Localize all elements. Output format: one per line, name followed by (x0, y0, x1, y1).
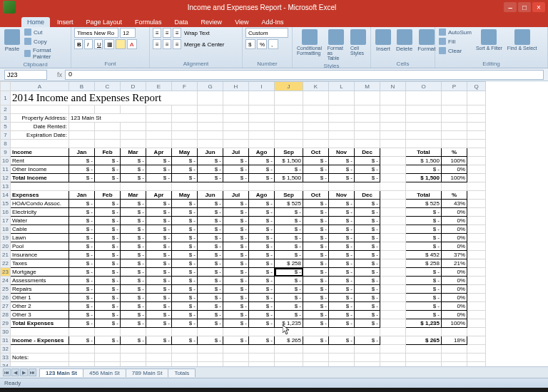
row-header[interactable]: 33 (1, 354, 11, 362)
data-cell[interactable]: $ - (303, 200, 329, 208)
data-cell[interactable]: $ - (172, 285, 198, 294)
row-header[interactable]: 2 (1, 105, 11, 114)
data-cell[interactable]: $ - (69, 157, 95, 165)
data-cell[interactable]: $ - (329, 251, 355, 259)
data-cell[interactable]: $ - (223, 319, 249, 328)
data-cell[interactable]: $ - (329, 225, 355, 234)
data-cell[interactable]: $ - (223, 311, 249, 319)
fill-button[interactable]: Fill (438, 37, 472, 46)
data-cell[interactable]: $ - (355, 336, 380, 345)
data-cell[interactable]: $ - (303, 165, 329, 174)
column-header[interactable]: B (69, 82, 95, 91)
data-cell[interactable]: $ - (303, 302, 329, 311)
data-cell[interactable]: $ - (121, 302, 146, 311)
data-cell[interactable]: $ - (329, 336, 355, 345)
row-header[interactable]: 17 (1, 217, 11, 225)
data-cell[interactable]: $ - (249, 174, 275, 182)
data-cell[interactable]: $ - (329, 157, 355, 165)
column-header[interactable]: M (355, 82, 380, 91)
data-cell[interactable]: $ - (303, 208, 329, 217)
ribbon-tab-review[interactable]: Review (196, 17, 228, 27)
data-cell[interactable]: $ - (303, 174, 329, 182)
data-cell[interactable]: $ - (121, 251, 146, 259)
cut-button[interactable]: Cut (24, 28, 68, 36)
data-cell[interactable]: $ - (303, 225, 329, 234)
data-cell[interactable]: $ - (146, 268, 172, 277)
data-cell[interactable]: $ - (198, 157, 223, 165)
data-cell[interactable]: $ - (355, 311, 380, 319)
data-cell[interactable]: $ - (69, 285, 95, 294)
delete-cells-button[interactable]: Delete (395, 28, 414, 53)
data-cell[interactable]: $ - (146, 251, 172, 259)
row-header[interactable]: 25 (1, 285, 11, 294)
data-cell[interactable]: $ - (355, 268, 380, 277)
row-header[interactable]: 29 (1, 319, 11, 328)
column-header[interactable]: J (275, 82, 303, 91)
ribbon-tab-add-ins[interactable]: Add-Ins (255, 17, 289, 27)
data-cell[interactable]: $ - (303, 294, 329, 302)
data-cell[interactable]: $ - (172, 217, 198, 225)
data-cell[interactable]: $ - (198, 311, 223, 319)
data-cell[interactable]: $ - (146, 311, 172, 319)
data-cell[interactable]: $ - (249, 251, 275, 259)
data-cell[interactable]: $ - (275, 242, 303, 251)
data-cell[interactable]: $ - (223, 217, 249, 225)
data-cell[interactable]: $ - (223, 285, 249, 294)
data-cell[interactable]: $ - (69, 208, 95, 217)
row-header[interactable]: 14 (1, 191, 11, 200)
column-header[interactable]: F (172, 82, 198, 91)
data-cell[interactable]: $ - (249, 302, 275, 311)
data-cell[interactable]: $ - (146, 225, 172, 234)
data-cell[interactable]: $ - (95, 294, 121, 302)
data-cell[interactable]: $ - (249, 225, 275, 234)
data-cell[interactable]: $ - (69, 174, 95, 182)
data-cell[interactable]: $ - (121, 336, 146, 345)
data-cell[interactable]: $ - (223, 302, 249, 311)
align-bot-button[interactable]: ≡ (173, 28, 181, 38)
sheet-nav-next-button[interactable]: ▶ (20, 368, 28, 376)
data-cell[interactable]: $ - (223, 200, 249, 208)
data-cell[interactable]: $ - (95, 277, 121, 285)
row-header[interactable]: 24 (1, 277, 11, 285)
find-select-button[interactable]: Find & Select (506, 28, 539, 52)
row-header[interactable]: 13 (1, 182, 11, 191)
data-cell[interactable]: $ - (223, 208, 249, 217)
data-cell[interactable]: $ - (355, 242, 380, 251)
format-as-table-button[interactable]: Format as Table (326, 28, 347, 62)
data-cell[interactable]: $ - (121, 200, 146, 208)
data-cell[interactable]: $ - (95, 200, 121, 208)
data-cell[interactable]: $ - (69, 234, 95, 242)
data-cell[interactable]: $ - (275, 277, 303, 285)
sheet-nav-first-button[interactable]: ⏮ (3, 368, 11, 376)
data-cell[interactable]: $ - (95, 165, 121, 174)
data-cell[interactable]: $ - (223, 234, 249, 242)
data-cell[interactable]: $ - (198, 225, 223, 234)
data-cell[interactable]: $ - (95, 234, 121, 242)
data-cell[interactable]: $ - (69, 336, 95, 345)
data-cell[interactable]: $ - (121, 311, 146, 319)
data-cell[interactable]: $ - (303, 157, 329, 165)
data-cell[interactable]: $ - (275, 311, 303, 319)
column-header[interactable]: D (121, 82, 146, 91)
data-cell[interactable]: $ - (146, 174, 172, 182)
bold-button[interactable]: B (74, 39, 83, 49)
data-cell[interactable]: $ - (355, 200, 380, 208)
data-cell[interactable]: $ - (172, 200, 198, 208)
data-cell[interactable]: $ - (121, 225, 146, 234)
data-cell[interactable]: $ - (172, 157, 198, 165)
data-cell[interactable]: $ 258 (275, 259, 303, 268)
data-cell[interactable]: $ - (198, 294, 223, 302)
data-cell[interactable]: $ - (95, 174, 121, 182)
data-cell[interactable]: $ - (121, 234, 146, 242)
data-cell[interactable]: $ - (249, 336, 275, 345)
data-cell[interactable]: $ - (329, 311, 355, 319)
data-cell[interactable]: $ - (275, 217, 303, 225)
row-header[interactable]: 10 (1, 157, 11, 165)
column-header[interactable]: C (95, 82, 121, 91)
currency-button[interactable]: $ (245, 39, 255, 49)
data-cell[interactable]: $ - (223, 268, 249, 277)
align-top-button[interactable]: ≡ (153, 28, 161, 38)
align-right-button[interactable]: ≡ (173, 39, 181, 49)
data-cell[interactable]: $ - (329, 268, 355, 277)
data-cell[interactable]: $ - (249, 277, 275, 285)
